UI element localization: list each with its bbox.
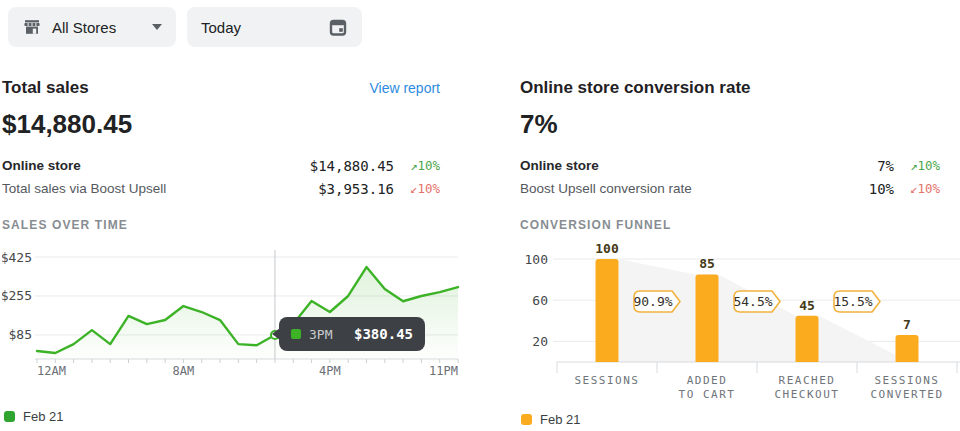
total-sales-value: $14,880.45 bbox=[2, 106, 460, 142]
calendar-icon bbox=[328, 17, 348, 37]
sales-over-time-chart[interactable]: 3PM $380.45 $85$255$42512AM8AM4PM11PM bbox=[2, 244, 460, 388]
metric-value: 7% bbox=[774, 158, 894, 174]
total-sales-title: Total sales bbox=[2, 78, 89, 98]
metric-delta: ↙10% bbox=[394, 181, 440, 196]
funnel-bar-value: 7 bbox=[903, 317, 911, 332]
funnel-bar-value: 45 bbox=[799, 298, 815, 313]
funnel-category-label: CHECKOUT bbox=[775, 388, 840, 401]
sales-legend: Feb 21 bbox=[4, 409, 460, 423]
funnel-bar[interactable] bbox=[796, 316, 819, 362]
legend-label: Feb 21 bbox=[23, 409, 63, 424]
tooltip-series-swatch bbox=[291, 329, 301, 339]
metric-value: $3,953.16 bbox=[274, 181, 394, 197]
y-axis-label: $425 bbox=[2, 250, 32, 265]
metric-label: Total sales via Boost Upsell bbox=[2, 181, 274, 196]
metric-delta: ↗10% bbox=[394, 158, 440, 173]
metric-row: Boost Upsell conversion rate10%↙10% bbox=[520, 177, 940, 200]
topbar: All Stores Today bbox=[0, 0, 960, 56]
chart-tooltip: 3PM $380.45 bbox=[279, 317, 425, 351]
y-axis-label: 100 bbox=[525, 252, 548, 267]
funnel-bar[interactable] bbox=[896, 335, 919, 362]
funnel-category-label: REACHED bbox=[779, 374, 836, 387]
total-sales-metrics: Online store$14,880.45↗10%Total sales vi… bbox=[2, 154, 460, 200]
y-axis-label: $85 bbox=[9, 327, 32, 342]
x-axis-label: 11PM bbox=[429, 364, 458, 378]
chevron-down-icon bbox=[152, 24, 162, 30]
date-selector[interactable]: Today bbox=[187, 7, 362, 47]
metric-row: Online store7%↗10% bbox=[520, 154, 940, 177]
conversion-metrics: Online store7%↗10%Boost Upsell conversio… bbox=[520, 154, 960, 200]
funnel-legend: Feb 21 bbox=[521, 412, 960, 426]
legend-swatch-green bbox=[4, 411, 15, 422]
y-axis-label: $255 bbox=[2, 288, 32, 303]
conversion-funnel-heading: CONVERSION FUNNEL bbox=[520, 218, 960, 234]
funnel-category-label: CONVERTED bbox=[870, 388, 943, 401]
view-report-link[interactable]: View report bbox=[369, 80, 440, 96]
store-selector[interactable]: All Stores bbox=[8, 7, 176, 47]
metric-row: Total sales via Boost Upsell$3,953.16↙10… bbox=[2, 177, 440, 200]
metric-value: 10% bbox=[774, 181, 894, 197]
y-axis-label: 60 bbox=[532, 293, 548, 308]
funnel-bar-value: 85 bbox=[699, 256, 715, 271]
x-axis-label: 8AM bbox=[173, 364, 195, 378]
metric-label: Online store bbox=[2, 158, 274, 173]
tooltip-time: 3PM bbox=[309, 327, 354, 342]
conversion-badge-value: 15.5% bbox=[833, 294, 872, 309]
total-sales-panel: Total sales View report $14,880.45 Onlin… bbox=[2, 70, 460, 423]
x-axis-label: 12AM bbox=[37, 364, 66, 378]
date-selector-label: Today bbox=[201, 19, 241, 36]
funnel-category-label: ADDED bbox=[687, 374, 728, 387]
sales-over-time-heading: SALES OVER TIME bbox=[2, 218, 460, 234]
analytics-dashboard: All Stores Today Total sales View report… bbox=[0, 0, 960, 431]
conversion-value: 7% bbox=[520, 106, 960, 142]
total-sales-header: Total sales View report bbox=[2, 76, 460, 100]
funnel-bar-value: 100 bbox=[595, 244, 619, 256]
store-icon bbox=[22, 17, 42, 37]
metric-label: Boost Upsell conversion rate bbox=[520, 181, 774, 196]
funnel-category-label: SESSIONS bbox=[575, 374, 640, 387]
funnel-bar[interactable] bbox=[696, 274, 719, 362]
metric-delta: ↗10% bbox=[894, 158, 940, 173]
legend-swatch-orange bbox=[521, 414, 532, 425]
sales-chart-svg: $85$255$42512AM8AM4PM11PM bbox=[2, 244, 460, 384]
store-selector-label: All Stores bbox=[52, 19, 116, 36]
funnel-category-label: TO CART bbox=[679, 388, 736, 401]
funnel-bar[interactable] bbox=[596, 259, 619, 362]
metric-delta: ↙10% bbox=[894, 181, 940, 196]
x-axis-label: 4PM bbox=[319, 364, 341, 378]
metric-value: $14,880.45 bbox=[274, 158, 394, 174]
metric-row: Online store$14,880.45↗10% bbox=[2, 154, 440, 177]
conversion-rate-panel: Online store conversion rate 7% Online s… bbox=[520, 70, 960, 426]
conversion-badge-value: 90.9% bbox=[633, 294, 672, 309]
y-axis-label: 20 bbox=[532, 334, 548, 349]
conversion-badge-value: 54.5% bbox=[733, 294, 772, 309]
tooltip-value: $380.45 bbox=[354, 326, 413, 342]
funnel-category-label: SESSIONS bbox=[875, 374, 940, 387]
conversion-funnel-chart[interactable]: 20601001008545790.9%54.5%15.5%SESSIONSAD… bbox=[520, 244, 960, 409]
conversion-title: Online store conversion rate bbox=[520, 78, 751, 98]
conversion-header: Online store conversion rate bbox=[520, 76, 960, 100]
legend-label: Feb 21 bbox=[540, 412, 580, 427]
funnel-chart-svg: 20601001008545790.9%54.5%15.5%SESSIONSAD… bbox=[520, 244, 960, 405]
metric-label: Online store bbox=[520, 158, 774, 173]
